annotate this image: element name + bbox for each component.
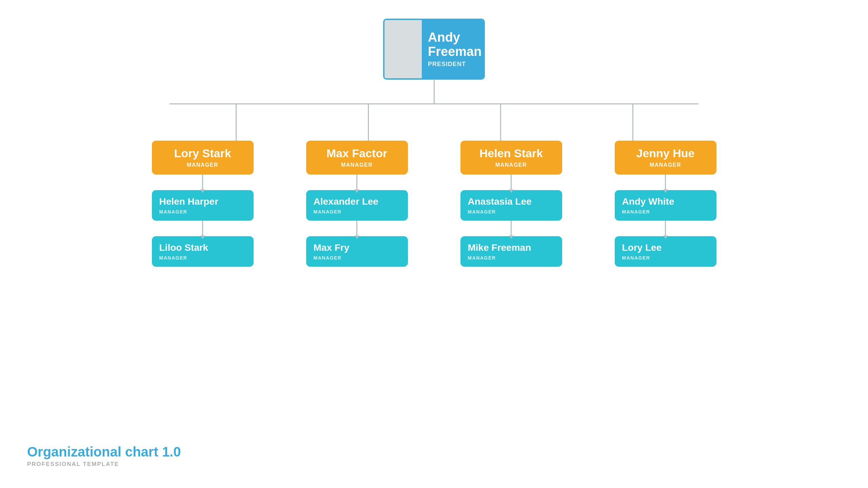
h-connector-wrapper [125,103,743,141]
h-line [170,103,698,104]
manager-name-1: Lory Stark [174,147,231,160]
manager-name-4: Jenny Hue [636,147,695,160]
manager-node-2: Max Factor MANAGER [306,141,408,175]
child-name-4-1: Andy White [622,196,674,207]
child-node-2-1: Alexander Lee MANAGER [306,190,408,221]
root-connector-v [434,80,435,103]
child-node-1-2: Liloo Stark MANAGER [152,236,254,267]
child-name-2-1: Alexander Lee [314,196,378,207]
column-4: Jenny Hue MANAGER Andy White MANAGER Lor… [615,141,716,267]
column-1: Lory Stark MANAGER Helen Harper MANAGER … [152,141,254,267]
root-name: Andy Freeman [428,30,481,59]
footer-title: Organizational chart 1.0 [27,444,181,460]
arrow-down-4-2 [665,221,666,236]
child-title-2-2: MANAGER [314,255,342,261]
arrow-down-1-2 [202,221,203,236]
child-title-2-1: MANAGER [314,209,342,215]
child-title-4-1: MANAGER [622,209,650,215]
child-name-3-2: Mike Freeman [468,242,531,253]
child-node-3-1: Anastasia Lee MANAGER [460,190,562,221]
root-node: Andy Freeman PRESIDENT [383,19,485,80]
v-drop-4 [632,103,633,141]
child-name-2-2: Max Fry [314,242,350,253]
child-title-4-2: MANAGER [622,255,650,261]
arrow-down-3-1 [511,175,512,190]
manager-node-3: Helen Stark MANAGER [460,141,562,175]
child-title-1-2: MANAGER [159,255,188,261]
root-photo [384,20,422,78]
arrow-down-2-1 [356,175,357,190]
level2-row: Lory Stark MANAGER Helen Harper MANAGER … [125,141,743,267]
child-node-2-2: Max Fry MANAGER [306,236,408,267]
root-title: PRESIDENT [428,61,481,68]
child-node-4-2: Lory Lee MANAGER [615,236,716,267]
manager-name-3: Helen Stark [479,147,543,160]
child-name-1-1: Helen Harper [159,196,218,207]
manager-node-1: Lory Stark MANAGER [152,141,254,175]
column-2: Max Factor MANAGER Alexander Lee MANAGER… [306,141,408,267]
child-title-1-1: MANAGER [159,209,188,215]
v-drop-1 [236,103,237,141]
manager-title-3: MANAGER [495,162,527,168]
column-3: Helen Stark MANAGER Anastasia Lee MANAGE… [460,141,562,267]
child-title-3-1: MANAGER [468,209,496,215]
arrow-down-3-2 [511,221,512,236]
footer: Organizational chart 1.0 PROFESSIONAL TE… [27,444,181,468]
manager-node-4: Jenny Hue MANAGER [615,141,716,175]
child-name-4-2: Lory Lee [622,242,662,253]
chart-container: Andy Freeman PRESIDENT Lory Stark MANAGE… [0,0,868,488]
child-node-4-1: Andy White MANAGER [615,190,716,221]
v-drop-2 [368,103,369,141]
manager-title-4: MANAGER [650,162,681,168]
manager-title-1: MANAGER [187,162,218,168]
child-name-1-2: Liloo Stark [159,242,209,253]
footer-subtitle: PROFESSIONAL TEMPLATE [27,461,181,468]
v-drop-3 [500,103,501,141]
manager-title-2: MANAGER [341,162,373,168]
manager-name-2: Max Factor [327,147,388,160]
root-info: Andy Freeman PRESIDENT [422,20,485,78]
footer-title-text: Organizational chart [27,444,158,459]
child-node-3-2: Mike Freeman MANAGER [460,236,562,267]
child-title-3-2: MANAGER [468,255,496,261]
arrow-down-2-2 [356,221,357,236]
arrow-down-1-1 [202,175,203,190]
footer-version: 1.0 [162,444,181,459]
arrow-down-4-1 [665,175,666,190]
child-name-3-1: Anastasia Lee [468,196,532,207]
child-node-1-1: Helen Harper MANAGER [152,190,254,221]
